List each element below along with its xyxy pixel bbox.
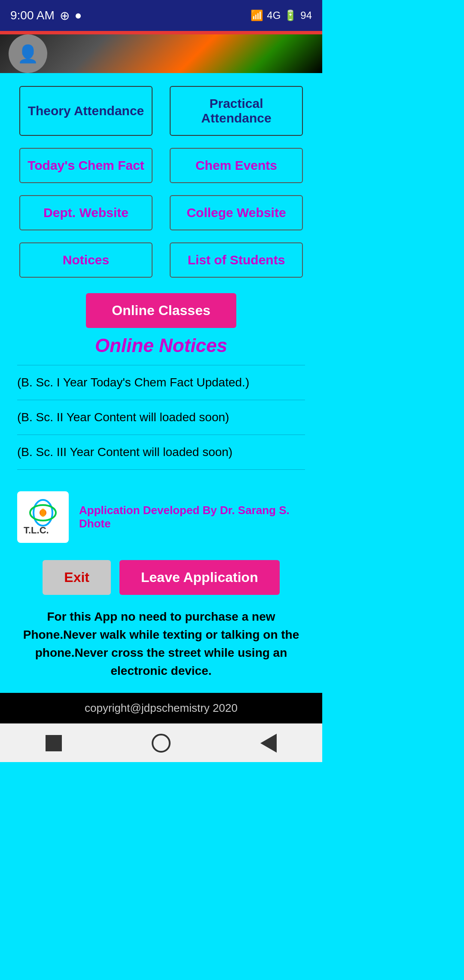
back-button[interactable] [258, 732, 279, 754]
action-buttons: Exit Leave Application [17, 560, 305, 595]
signal-icon: 📶 [250, 9, 263, 21]
list-of-students-button[interactable]: List of Students [170, 242, 303, 278]
stop-button[interactable] [43, 732, 64, 754]
exit-button[interactable]: Exit [43, 560, 111, 595]
home-button[interactable] [150, 732, 172, 754]
developer-text: Application Developed By Dr. Sarang S. D… [79, 504, 305, 530]
online-classes-button[interactable]: Online Classes [86, 293, 236, 328]
stop-icon [46, 735, 62, 751]
svg-text:T.L.C.: T.L.C. [24, 525, 49, 536]
developer-section: T.L.C. Application Developed By Dr. Sara… [17, 487, 305, 547]
notices-button[interactable]: Notices [19, 242, 153, 278]
header-image: 👤 [0, 34, 322, 73]
globe-icon: ⊕ [60, 9, 70, 23]
practical-attendance-button[interactable]: Practical Attendance [170, 86, 303, 136]
notice-item-3: (B. Sc. III Year Content will loaded soo… [17, 435, 305, 470]
main-content: Theory Attendance Practical Attendance T… [0, 73, 322, 693]
leave-application-button[interactable]: Leave Application [119, 560, 280, 595]
network-type: 4G [267, 9, 281, 21]
svg-point-4 [40, 508, 46, 517]
button-grid: Theory Attendance Practical Attendance T… [19, 86, 303, 278]
notice-item-2: (B. Sc. II Year Content will loaded soon… [17, 400, 305, 435]
whatsapp-icon: ● [75, 9, 82, 22]
battery-level: 94 [300, 9, 312, 21]
todays-chem-fact-button[interactable]: Today's Chem Fact [19, 148, 153, 183]
online-notices-heading: Online Notices [95, 335, 227, 356]
bottom-nav [0, 723, 322, 762]
theory-attendance-button[interactable]: Theory Attendance [19, 86, 153, 136]
status-left: 9:00 AM ⊕ ● [10, 9, 82, 23]
developer-logo: T.L.C. [17, 491, 69, 543]
battery-icon: 🔋 [284, 9, 297, 21]
chem-events-button[interactable]: Chem Events [170, 148, 303, 183]
status-bar: 9:00 AM ⊕ ● 📶 4G 🔋 94 [0, 0, 322, 31]
red-separator [0, 31, 322, 34]
avatar: 👤 [9, 34, 47, 73]
back-icon [260, 734, 277, 753]
notice-list: (B. Sc. I Year Today's Chem Fact Updated… [17, 365, 305, 470]
copyright-text: copyright@jdpschemistry 2020 [85, 701, 238, 714]
college-website-button[interactable]: College Website [170, 195, 303, 230]
notice-item-1: (B. Sc. I Year Today's Chem Fact Updated… [17, 365, 305, 400]
copyright-bar: copyright@jdpschemistry 2020 [0, 693, 322, 723]
time: 9:00 AM [10, 9, 55, 22]
dept-website-button[interactable]: Dept. Website [19, 195, 153, 230]
status-right: 📶 4G 🔋 94 [250, 9, 312, 21]
warning-text: For this App no need to purchase a new P… [17, 608, 305, 680]
home-icon [152, 734, 171, 753]
